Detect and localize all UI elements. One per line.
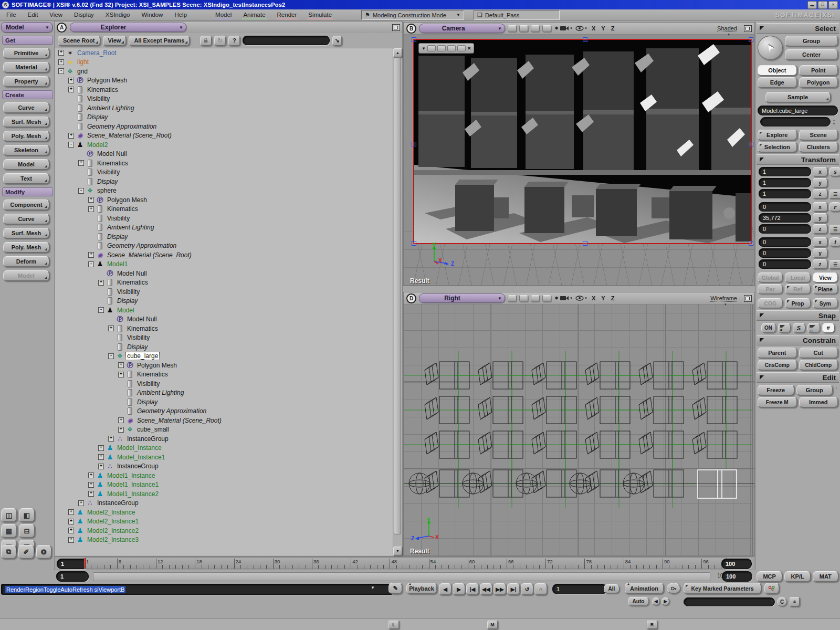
select-tool-button[interactable]: ➤ — [758, 36, 783, 60]
expand-toggle[interactable]: - — [58, 68, 64, 74]
layout-horizontal-icon[interactable]: ⊟ — [19, 524, 35, 538]
viewport-memo-button[interactable] — [531, 25, 540, 32]
camera-icon[interactable]: ▼ — [554, 295, 573, 302]
tree-item[interactable]: Geometry Approximation — [55, 242, 393, 251]
x-axis-toggle[interactable]: X — [590, 295, 597, 301]
translate-y-field[interactable]: 0 — [759, 248, 811, 258]
selection-name-field[interactable]: Model.cube_large — [758, 106, 838, 116]
tree-item[interactable]: + Scene_Material (Scene_Root) — [55, 250, 393, 260]
playback-panel-button[interactable]: Playback — [406, 583, 437, 594]
tree-item[interactable]: + Kinematics — [55, 159, 393, 168]
render-region[interactable]: ▼ ✕ — [413, 39, 752, 244]
tree-item[interactable]: + Kinematics — [55, 85, 393, 94]
lock-icon[interactable] — [790, 597, 800, 606]
collapse-arrow-icon[interactable] — [760, 158, 764, 162]
scale-z-axis-button[interactable]: z — [813, 189, 827, 198]
toolbar-button[interactable]: Component — [3, 200, 49, 210]
tree-item[interactable]: Geometry Approximation — [55, 122, 393, 131]
panel-tab[interactable]: MAT — [813, 571, 838, 582]
expand-toggle[interactable]: + — [118, 417, 124, 423]
prev-key-arrow-icon[interactable]: ◀ — [652, 597, 660, 605]
maximize-viewport-icon[interactable] — [744, 25, 752, 32]
viewport-letter-badge[interactable]: A — [57, 23, 67, 33]
expand-toggle[interactable]: + — [68, 133, 74, 139]
module-menu-item[interactable]: Simulate — [307, 11, 333, 19]
menu-item[interactable]: XSIndigo — [104, 11, 131, 19]
center-button[interactable]: Center — [785, 49, 838, 60]
tree-item[interactable]: + Model2_Instance — [55, 508, 393, 517]
toolbar-button[interactable]: Model — [3, 270, 49, 281]
ref-local-button[interactable]: Local — [785, 272, 810, 282]
toolbar-button[interactable]: Material — [3, 62, 49, 72]
next-key-arrow-icon[interactable]: ▶ — [662, 597, 669, 605]
region-handle[interactable] — [583, 241, 587, 246]
right-view-select[interactable]: Right ▼ — [419, 293, 505, 303]
y-axis-toggle[interactable]: Y — [600, 295, 606, 301]
ref-par-button[interactable]: Par — [758, 284, 783, 294]
frame-forward-icon[interactable]: ▶ — [453, 583, 465, 595]
frame-back-icon[interactable]: ◀ — [439, 583, 452, 595]
tree-item[interactable]: + Scene_Material (Scene_Root) — [55, 416, 393, 425]
expand-toggle[interactable]: + — [98, 280, 104, 286]
range-start-field[interactable]: 1 — [56, 571, 89, 582]
view-filter-button[interactable]: View — [103, 36, 127, 46]
tree-item[interactable]: Model Null — [55, 269, 393, 278]
scale-x-field[interactable]: 1 — [759, 167, 811, 176]
toolbar-button[interactable]: Curve — [3, 102, 49, 113]
tree-item[interactable]: + Model2_Instance2 — [55, 526, 393, 536]
tree-item[interactable]: + Model1_Instance1 — [55, 480, 393, 490]
expand-toggle[interactable]: + — [118, 427, 124, 433]
expand-toggle[interactable]: + — [98, 464, 104, 469]
auto-key-button[interactable]: Auto — [628, 597, 649, 606]
refresh-icon[interactable]: ↻ — [214, 36, 226, 46]
tree-item[interactable]: + Model2_Instance1 — [55, 517, 393, 527]
region-memo-button[interactable] — [427, 45, 436, 51]
expand-toggle[interactable]: + — [68, 78, 74, 83]
cog-button[interactable]: COG — [758, 298, 783, 308]
tree-item[interactable]: + Model2_Instance3 — [55, 536, 393, 545]
end-frame-field[interactable]: 100 — [721, 559, 752, 569]
right-view-canvas[interactable]: Y Z X Result — [404, 304, 754, 556]
explore-button[interactable]: Explore — [758, 130, 797, 140]
viewport-letter-badge[interactable]: B — [406, 24, 416, 34]
collapse-arrow-icon[interactable] — [760, 313, 764, 318]
maximize-panel-icon[interactable] — [392, 24, 400, 31]
expand-toggle[interactable]: + — [68, 519, 74, 524]
tree-item[interactable]: Ambient Lighting — [55, 103, 393, 113]
scroll-up-icon[interactable]: ▲ — [393, 48, 402, 57]
region-close-icon[interactable]: ✕ — [467, 46, 471, 51]
scale-z-field[interactable]: 1 — [759, 189, 811, 198]
expand-toggle[interactable]: + — [118, 362, 124, 368]
toolbar-mode-select[interactable]: Model ▼ — [1, 22, 52, 33]
filter-scope-button[interactable]: All Except Params — [129, 36, 190, 46]
scale-y-axis-button[interactable]: y — [813, 178, 827, 187]
expand-toggle[interactable]: + — [88, 491, 94, 497]
expand-toggle[interactable]: + — [68, 537, 74, 543]
tree-item[interactable]: + Polygon Mesh — [55, 76, 393, 86]
tree-item[interactable]: - cube_large — [55, 352, 393, 361]
cnscomp-button[interactable]: CnsComp — [758, 360, 797, 370]
next-keyframe-icon[interactable]: ▶▶ — [494, 583, 506, 595]
rotate-z-field[interactable]: 0 — [759, 224, 811, 234]
menu-item[interactable]: File — [5, 11, 17, 19]
point-snap-icon[interactable] — [778, 323, 791, 333]
region-handle[interactable] — [412, 241, 416, 246]
toolbar-button[interactable]: Deform — [3, 256, 49, 267]
expand-toggle[interactable]: + — [68, 87, 74, 92]
help-icon[interactable]: ? — [228, 36, 240, 46]
toolbar-button[interactable]: Surf. Mesh — [3, 117, 49, 127]
viewport-memo-button[interactable] — [519, 25, 528, 32]
expand-toggle[interactable]: + — [88, 206, 94, 212]
tree-item[interactable]: + InstanceGroup — [55, 499, 393, 508]
loop-icon[interactable]: ↺ — [521, 583, 533, 595]
menu-item[interactable]: Edit — [27, 11, 39, 19]
lock-icon[interactable] — [200, 36, 212, 46]
tree-item[interactable]: Visibility — [55, 333, 393, 343]
region-menu-icon[interactable]: ▼ — [422, 46, 426, 51]
close-button[interactable]: ✕ — [828, 1, 838, 9]
maximize-button[interactable]: ❒ — [818, 1, 827, 9]
tree-item[interactable]: + Kinematics — [55, 205, 393, 214]
eye-visibility-icon[interactable]: ▼ — [575, 296, 587, 301]
rotate-x-field[interactable]: 0 — [759, 202, 811, 212]
ref-view-button[interactable]: View — [813, 272, 838, 282]
